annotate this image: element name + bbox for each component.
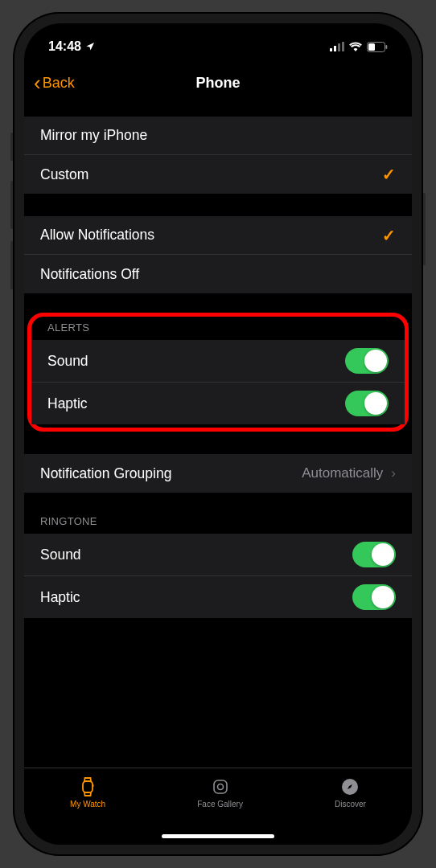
tab-face-gallery[interactable]: Face Gallery <box>197 776 243 809</box>
volume-down-button <box>10 241 13 289</box>
cellular-icon <box>330 42 344 51</box>
section-ringtone: RINGTONE Sound Haptic <box>24 515 412 618</box>
svg-rect-8 <box>93 784 94 787</box>
toggle-alerts-haptic[interactable] <box>345 391 389 416</box>
watch-icon <box>77 776 98 797</box>
screen: 14:48 <box>24 23 412 845</box>
svg-rect-0 <box>330 48 332 51</box>
section-mirror: Mirror my iPhone Custom ✓ <box>24 117 412 194</box>
cell-group: Mirror my iPhone Custom ✓ <box>24 117 412 194</box>
wifi-icon <box>349 42 362 51</box>
back-label: Back <box>43 75 75 92</box>
tab-bar: My Watch Face Gallery Di <box>24 768 412 845</box>
cell-label: Allow Notifications <box>40 227 154 244</box>
tab-label: Discover <box>335 800 366 809</box>
checkmark-icon: ✓ <box>382 226 396 245</box>
toggle-alerts-sound[interactable] <box>345 348 389 374</box>
tab-discover[interactable]: Discover <box>335 776 366 809</box>
cell-group: Sound Haptic <box>31 340 405 424</box>
location-icon <box>85 42 95 51</box>
cell-group: Allow Notifications ✓ Notifications Off <box>24 216 412 293</box>
cell-notification-grouping[interactable]: Notification Grouping Automatically › <box>24 454 412 493</box>
tab-label: Face Gallery <box>197 800 243 809</box>
svg-rect-7 <box>83 781 93 792</box>
cell-value: Automatically <box>302 465 383 481</box>
cell-label: Haptic <box>40 589 80 606</box>
svg-rect-9 <box>214 780 227 793</box>
cell-notifications-off[interactable]: Notifications Off <box>24 255 412 293</box>
face-gallery-icon <box>210 776 231 797</box>
svg-rect-2 <box>338 43 340 51</box>
cell-label: Notification Grouping <box>40 465 171 482</box>
svg-rect-5 <box>386 45 388 49</box>
cell-group: Sound Haptic <box>24 534 412 618</box>
section-header-alerts: ALERTS <box>31 317 405 340</box>
checkmark-icon: ✓ <box>382 165 396 184</box>
section-header-ringtone: RINGTONE <box>24 515 412 534</box>
tab-my-watch[interactable]: My Watch <box>70 776 105 809</box>
nav-bar: ‹ Back Phone <box>24 62 412 104</box>
home-indicator[interactable] <box>162 834 274 838</box>
power-button <box>423 193 426 265</box>
phone-frame: 14:48 <box>13 12 423 856</box>
svg-rect-6 <box>368 43 375 51</box>
cell-label: Sound <box>47 353 88 370</box>
cell-label: Sound <box>40 547 81 563</box>
page-title: Phone <box>195 75 240 92</box>
svg-rect-3 <box>342 42 344 51</box>
annotation-highlight: ALERTS Sound Haptic <box>27 313 409 432</box>
content[interactable]: Mirror my iPhone Custom ✓ Allow Notifica… <box>24 104 412 768</box>
toggle-ringtone-sound[interactable] <box>352 542 396 567</box>
chevron-right-icon: › <box>391 465 396 481</box>
status-left: 14:48 <box>48 39 95 54</box>
chevron-left-icon: ‹ <box>34 72 41 93</box>
status-time: 14:48 <box>48 39 81 54</box>
battery-icon <box>367 42 388 52</box>
cell-alerts-sound: Sound <box>31 340 405 383</box>
cell-alerts-haptic: Haptic <box>31 383 405 424</box>
cell-label: Notifications Off <box>40 266 139 283</box>
svg-rect-1 <box>334 46 336 51</box>
status-right <box>330 42 388 52</box>
back-button[interactable]: ‹ Back <box>34 72 75 93</box>
volume-up-button <box>10 181 13 229</box>
cell-label: Haptic <box>47 395 88 412</box>
section-grouping: Notification Grouping Automatically › <box>24 454 412 493</box>
section-notifications: Allow Notifications ✓ Notifications Off <box>24 216 412 293</box>
tab-label: My Watch <box>70 800 105 809</box>
svg-point-10 <box>217 784 223 790</box>
cell-group: Notification Grouping Automatically › <box>24 454 412 493</box>
cell-allow-notifications[interactable]: Allow Notifications ✓ <box>24 216 412 255</box>
cell-ringtone-sound: Sound <box>24 534 412 576</box>
cell-ringtone-haptic: Haptic <box>24 576 412 618</box>
cell-mirror-iphone[interactable]: Mirror my iPhone <box>24 117 412 155</box>
cell-custom[interactable]: Custom ✓ <box>24 155 412 194</box>
silent-switch <box>10 133 13 161</box>
toggle-ringtone-haptic[interactable] <box>352 584 396 610</box>
cell-right: Automatically › <box>302 465 396 481</box>
cell-label: Custom <box>40 166 88 183</box>
notch <box>138 23 298 46</box>
cell-label: Mirror my iPhone <box>40 127 147 144</box>
compass-icon <box>339 776 360 797</box>
